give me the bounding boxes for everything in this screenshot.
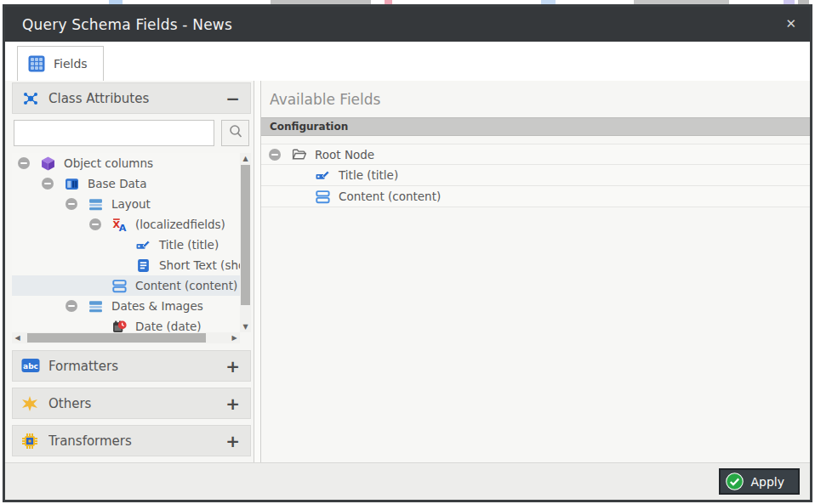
wysiwyg-icon xyxy=(112,279,127,293)
search-row xyxy=(14,120,249,146)
wysiwyg-icon xyxy=(316,190,330,204)
screen: Query Schema Fields - News ✕ Fields xyxy=(0,0,815,504)
vertical-scrollbar-thumb[interactable] xyxy=(241,165,250,305)
collapse-toggle-icon[interactable] xyxy=(65,197,88,211)
input-icon xyxy=(136,238,151,252)
expand-icon[interactable]: + xyxy=(225,358,240,375)
tab-label: Fields xyxy=(54,57,88,71)
tree-item-short-text-shor[interactable]: Short Text (shor xyxy=(12,255,240,275)
tree-item-layout[interactable]: Layout xyxy=(12,194,240,214)
tree-item-date-date[interactable]: Date (date) xyxy=(12,316,240,332)
search-icon xyxy=(227,123,244,144)
collapse-toggle-icon[interactable] xyxy=(88,218,112,231)
collapse-icon[interactable]: − xyxy=(225,90,240,107)
horizontal-scrollbar-thumb[interactable] xyxy=(27,333,206,343)
layout-icon xyxy=(88,197,103,212)
expand-icon[interactable]: + xyxy=(225,395,240,412)
tree-item-content-content[interactable]: Content (content) xyxy=(12,275,240,296)
scroll-left-icon[interactable]: ◀ xyxy=(12,332,23,343)
left-panel: Class Attributes − xyxy=(5,81,254,462)
class-attributes-icon xyxy=(21,90,40,107)
input-icon xyxy=(316,168,330,183)
available-fields-title: Available Fields xyxy=(261,81,810,117)
svg-text:A: A xyxy=(119,222,127,231)
check-icon xyxy=(726,473,744,490)
tree-item-title-title[interactable]: Title (title) xyxy=(12,235,240,255)
section-class-attributes[interactable]: Class Attributes − xyxy=(12,82,251,114)
available-fields-tree: Root Node Title (title) Content (content… xyxy=(261,136,810,462)
tree-item-content-content[interactable]: Content (content) xyxy=(261,186,810,207)
base-data-icon xyxy=(65,177,79,191)
textarea-icon xyxy=(136,258,151,273)
section-label: Others xyxy=(48,396,225,411)
configuration-column-header: Configuration xyxy=(261,117,810,136)
grid-icon xyxy=(28,55,45,72)
available-fields-panel: Available Fields Configuration Root Node… xyxy=(261,81,810,462)
translate-icon: XA xyxy=(112,218,127,232)
search-button[interactable] xyxy=(221,120,249,146)
collapse-toggle-icon[interactable] xyxy=(17,156,41,170)
section-others[interactable]: Others + xyxy=(12,388,251,419)
close-icon[interactable]: ✕ xyxy=(785,18,796,31)
collapse-toggle-icon[interactable] xyxy=(268,148,292,161)
section-transformers[interactable]: Transformers + xyxy=(12,425,251,456)
chip-icon xyxy=(21,433,40,450)
tree-item-object-columns[interactable]: Object columns xyxy=(12,153,240,173)
svg-text:abc: abc xyxy=(23,362,38,371)
section-label: Class Attributes xyxy=(48,91,225,106)
scroll-up-icon[interactable]: ▲ xyxy=(240,153,251,164)
folder-open-icon xyxy=(292,147,306,161)
section-label: Transformers xyxy=(48,433,225,449)
tree-item-title-title[interactable]: Title (title) xyxy=(261,165,810,186)
apply-label: Apply xyxy=(750,475,784,489)
star-icon xyxy=(21,395,40,412)
tree-horizontal-scrollbar[interactable]: ◀ ▶ xyxy=(12,332,240,343)
dialog-footer: Apply xyxy=(5,462,810,500)
tree-item-base-data[interactable]: Base Data xyxy=(12,173,240,194)
abc-icon: abc xyxy=(21,358,40,375)
query-schema-fields-dialog: Query Schema Fields - News ✕ Fields xyxy=(3,4,812,502)
scroll-down-icon[interactable]: ▼ xyxy=(240,321,251,332)
tree-vertical-scrollbar[interactable]: ▲ ▼ xyxy=(240,153,251,332)
collapse-toggle-icon[interactable] xyxy=(41,177,65,190)
class-attributes-tree: Object columns Base Data Layout xyxy=(12,153,240,332)
scroll-right-icon[interactable]: ▶ xyxy=(229,332,240,343)
dialog-title: Query Schema Fields - News xyxy=(5,16,232,33)
expand-icon[interactable]: + xyxy=(225,433,240,450)
section-formatters[interactable]: abc Formatters + xyxy=(12,350,251,382)
panel-splitter[interactable] xyxy=(254,81,261,462)
dialog-header: Query Schema Fields - News ✕ xyxy=(5,7,810,42)
cube-icon xyxy=(41,156,55,171)
tree-item-localizedfields[interactable]: XA (localizedfields) xyxy=(12,214,240,235)
tab-bar: Fields xyxy=(5,42,810,81)
search-input[interactable] xyxy=(14,120,214,146)
layout-icon xyxy=(88,299,103,314)
section-label: Formatters xyxy=(48,359,225,374)
dialog-body: Class Attributes − xyxy=(5,81,810,462)
date-icon xyxy=(112,320,127,333)
tree-item-dates-images[interactable]: Dates & Images xyxy=(12,296,240,316)
apply-button[interactable]: Apply xyxy=(719,468,800,495)
tree-item-root-node[interactable]: Root Node xyxy=(261,144,810,165)
class-attributes-tree-container: Object columns Base Data Layout xyxy=(12,153,251,343)
collapse-toggle-icon[interactable] xyxy=(65,299,88,313)
tab-fields[interactable]: Fields xyxy=(17,46,104,81)
